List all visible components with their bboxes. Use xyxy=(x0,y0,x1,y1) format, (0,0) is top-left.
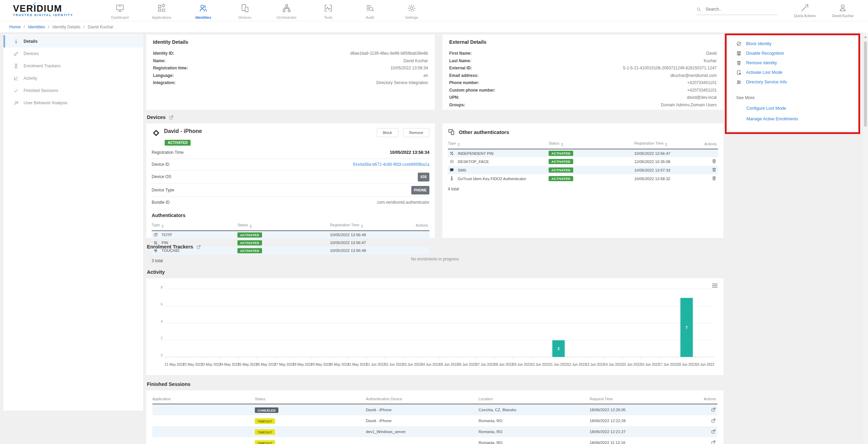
field-row: Registration time:10/05/2022 13:56:34 xyxy=(153,65,428,72)
authenticators-total: 3 total xyxy=(152,258,429,263)
extlink-icon[interactable] xyxy=(711,440,716,444)
column-header[interactable]: Status xyxy=(237,220,330,231)
nav-label: Orchestrator xyxy=(266,15,307,19)
gridline xyxy=(165,306,714,306)
external-link-icon[interactable] xyxy=(196,244,201,250)
nav-item-dashboard[interactable]: Dashboard xyxy=(99,1,141,19)
column-header[interactable]: Registration Time xyxy=(330,220,409,231)
scrollbar-up-arrow[interactable]: ▲ xyxy=(863,32,868,39)
sort-icon[interactable] xyxy=(250,225,252,228)
nav-item-identities[interactable]: Identities xyxy=(182,1,224,19)
extlink-icon[interactable] xyxy=(711,407,716,412)
nav-item-audit[interactable]: Audit xyxy=(349,1,391,19)
field-row: Groups:Domain Admins,Domain Users xyxy=(449,102,717,109)
nav-item-devices[interactable]: Devices xyxy=(224,1,266,19)
nav-item-orchestrator[interactable]: Orchestrator xyxy=(266,1,307,19)
field-label: Device OS xyxy=(152,173,171,181)
sort-icon[interactable] xyxy=(665,143,667,146)
extlink-icon[interactable] xyxy=(711,429,716,434)
sort-icon[interactable] xyxy=(561,143,563,146)
field-value: com.veridiumid.authenticator xyxy=(377,199,429,206)
application-cell xyxy=(152,404,255,415)
column-header[interactable]: Registration Time xyxy=(634,138,698,149)
activity-chart: 0246827 21 May 202222 May 202223 May 202… xyxy=(146,278,724,375)
y-tick-label: 2 xyxy=(153,336,163,340)
see-more-link-manage-active-enrollments[interactable]: Manage Active Enrollments xyxy=(746,117,858,121)
x-tick-mark xyxy=(348,357,348,359)
extlink-icon[interactable] xyxy=(711,418,716,423)
action-label: Remove Identity xyxy=(746,60,777,65)
scrollbar-thumb[interactable] xyxy=(864,41,867,127)
dashboard-icon xyxy=(115,3,125,13)
field-row: Last Name:Kuchar xyxy=(449,57,717,65)
authenticator-type: INDEPENDENT PIN xyxy=(458,151,494,156)
action-remove-identity[interactable]: Remove Identity xyxy=(736,60,858,66)
external-link-icon[interactable] xyxy=(169,115,174,120)
x-tick-mark xyxy=(220,357,221,359)
nav-item-settings[interactable]: Settings xyxy=(391,1,432,19)
device-brand-diamond-icon xyxy=(152,129,161,137)
actions-cell xyxy=(409,247,429,255)
x-tick-label: 29 May 2022 xyxy=(311,363,331,366)
chart-menu-icon[interactable] xyxy=(712,282,718,289)
top-navigation-bar: VERI✓DIUM TRUSTED DIGITAL IDENTITY Dashb… xyxy=(0,0,868,21)
nav-label: Settings xyxy=(391,15,432,19)
user-menu[interactable]: David Kuchar xyxy=(832,3,854,18)
breadcrumb-item[interactable]: Home xyxy=(9,25,20,29)
x-tick-mark xyxy=(184,357,184,359)
auth-device-cell: David - iPhone xyxy=(366,404,479,415)
quick-actions-button[interactable]: Quick Actions xyxy=(794,3,816,18)
sort-icon[interactable] xyxy=(162,225,164,228)
action-block-identity[interactable]: Block Identity xyxy=(736,41,858,46)
nav-label: Dashboard xyxy=(99,15,141,19)
x-tick-label: 24 May 2022 xyxy=(219,363,239,366)
breadcrumb-item: Identity Details xyxy=(52,25,80,29)
column-header: Request Time xyxy=(590,394,695,404)
x-tick-mark xyxy=(513,357,513,359)
breadcrumb: Home/Identities/Identity Details/David K… xyxy=(0,21,868,32)
nav-item-tools[interactable]: Tools xyxy=(307,1,349,19)
x-tick-label: 05 Jun 2022 xyxy=(439,363,458,366)
see-more-link-configure-lost-mode[interactable]: Configure Lost Mode xyxy=(746,106,858,111)
user-icon xyxy=(838,3,847,12)
column-header[interactable]: Type xyxy=(152,220,237,231)
column-header[interactable]: Status xyxy=(549,138,634,149)
nav-item-applications[interactable]: Applications xyxy=(141,1,182,19)
breadcrumb-item[interactable]: Identities xyxy=(28,25,45,29)
action-disable-recognition[interactable]: Disable Recognition xyxy=(736,51,858,56)
search-input[interactable] xyxy=(705,7,777,12)
logo-wordmark: VERI✓DIUM xyxy=(13,4,81,13)
action-activate-lost-mode[interactable]: Activate Lost Mode xyxy=(736,70,858,75)
x-tick-mark xyxy=(568,357,568,359)
column-label: Type xyxy=(152,223,160,227)
sidebar-item-activity[interactable]: Activity xyxy=(3,72,143,84)
action-label: Block Identity xyxy=(746,41,771,46)
sidebar-item-finished-sessions[interactable]: Finished Sessions xyxy=(3,84,143,97)
session-row: TIMEOUTDavid - iPhoneRomania, RO18/06/20… xyxy=(152,415,717,426)
activity-title: Activity xyxy=(147,268,723,276)
trash-icon[interactable] xyxy=(712,159,717,164)
remove-device-button[interactable]: Remove xyxy=(403,128,429,137)
block-device-button[interactable]: Block xyxy=(377,128,398,137)
field-label: Phone number: xyxy=(449,79,479,87)
sort-icon[interactable] xyxy=(458,143,460,146)
sort-icon[interactable] xyxy=(361,225,363,228)
sms-icon xyxy=(449,167,454,173)
sidebar-item-enrolment-trackers[interactable]: Enrolment Trackers xyxy=(3,60,143,72)
location-cell: Romania, RO xyxy=(479,415,590,426)
sidebar-item-devices[interactable]: Devices xyxy=(3,48,143,60)
field-value[interactable]: 91e4a58a-b672-4c88-9fd3-cceb9899ba1a xyxy=(353,161,429,169)
sidebar-item-label: Activity xyxy=(24,76,37,81)
column-header[interactable]: Type xyxy=(448,138,549,149)
bar-11-Jun-2022[interactable]: 2 xyxy=(552,340,565,357)
trash-icon[interactable] xyxy=(712,167,717,172)
sidebar-item-user-behavior-analysis[interactable]: User Behavior Analysis xyxy=(3,97,143,109)
device-device-os-badge: iOS xyxy=(418,173,429,181)
page-scrollbar[interactable]: ▲ xyxy=(863,32,868,444)
action-directory-service-info[interactable]: Directory Service Info xyxy=(736,79,858,85)
device-status-badge: ACTIVATED xyxy=(165,140,191,146)
trash-icon[interactable] xyxy=(712,176,717,181)
x-tick-mark xyxy=(421,357,422,359)
sidebar-item-details[interactable]: Details xyxy=(3,35,143,48)
bar-18-Jun-2022[interactable]: 7 xyxy=(680,298,693,357)
